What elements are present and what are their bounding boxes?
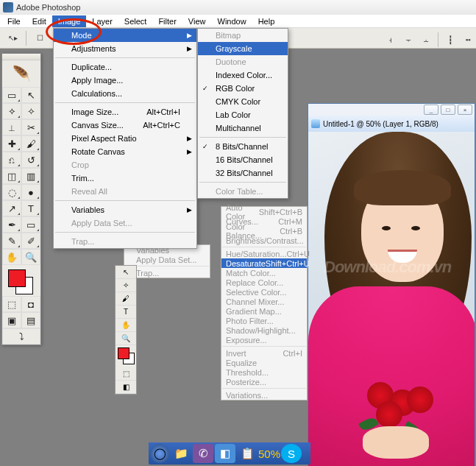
edit-mode-quickmask[interactable]: ◘ bbox=[21, 296, 40, 312]
eyedropper-tool[interactable]: ✐ bbox=[21, 233, 40, 249]
menu-edit[interactable]: Edit bbox=[26, 15, 52, 27]
blur-tool[interactable]: ◌ bbox=[2, 184, 21, 200]
doc-minimize-button[interactable]: _ bbox=[424, 105, 438, 115]
document-window: _ □ × Untitled-1 @ 50% (Layer 1, RGB/8) bbox=[308, 103, 475, 466]
taskbar-explorer-icon[interactable]: 📁 bbox=[171, 444, 191, 463]
doc-close-button[interactable]: × bbox=[458, 105, 472, 115]
mode-cmyk[interactable]: CMYK Color bbox=[198, 95, 288, 108]
shape-tool[interactable]: ▭ bbox=[21, 216, 40, 233]
menu-item-trap: Trap... bbox=[54, 235, 196, 248]
move-tool[interactable]: ↖ bbox=[21, 87, 40, 103]
foreground-color-swatch[interactable] bbox=[8, 269, 26, 287]
zoom-tool[interactable]: 🔍 bbox=[21, 249, 40, 265]
menu-select[interactable]: Select bbox=[118, 15, 153, 27]
bg-desaturate-item[interactable]: DesaturateShift+Ctrl+U bbox=[221, 258, 307, 268]
canvas[interactable] bbox=[308, 132, 475, 466]
lasso-tool[interactable]: ⟡ bbox=[2, 103, 21, 119]
jump-to-imageready[interactable]: ⤵ bbox=[2, 328, 40, 345]
taskbar-app-icon-2[interactable]: 📋 bbox=[237, 444, 257, 463]
mode-rgb[interactable]: ✓RGB Color bbox=[198, 82, 288, 95]
menu-item-adjustments[interactable]: Adjustments▶ bbox=[54, 42, 196, 55]
menu-image[interactable]: Image bbox=[52, 15, 87, 27]
heal-tool[interactable]: ✚ bbox=[2, 135, 21, 152]
type-tool[interactable]: T bbox=[21, 200, 40, 216]
menu-bar: File Edit Image Layer Select Filter View… bbox=[0, 15, 476, 28]
brush-tool[interactable]: 🖌 bbox=[21, 135, 40, 152]
app-icon bbox=[3, 2, 13, 13]
mode-lab[interactable]: Lab Color bbox=[198, 108, 288, 121]
menu-window[interactable]: Window bbox=[212, 15, 252, 27]
options-bar-right: ⫞ ⫟ ⫠ ┇ ╍ bbox=[383, 31, 476, 49]
notes-tool[interactable]: ✎ bbox=[2, 233, 21, 249]
menu-item-apply-image[interactable]: Apply Image... bbox=[54, 74, 196, 87]
slice-tool[interactable]: ✂ bbox=[21, 119, 40, 135]
screen-mode-1[interactable]: ▣ bbox=[2, 312, 21, 328]
menu-item-duplicate[interactable]: Duplicate... bbox=[54, 60, 196, 74]
mode-grayscale[interactable]: Grayscale bbox=[198, 42, 288, 55]
mode-8bit[interactable]: ✓8 Bits/Channel bbox=[198, 140, 288, 153]
menu-view[interactable]: View bbox=[182, 15, 212, 27]
watermark: Download.com.vn bbox=[324, 258, 451, 277]
eraser-tool[interactable]: ◫ bbox=[2, 168, 21, 184]
align-icon-3[interactable]: ⫠ bbox=[418, 33, 434, 46]
edit-mode-standard[interactable]: ⬚ bbox=[2, 296, 21, 312]
bg-adjustments-menu: Auto ColorShift+Ctrl+B Curves...Ctrl+M C… bbox=[221, 206, 308, 400]
menu-help[interactable]: Help bbox=[252, 15, 281, 27]
align-icon-2[interactable]: ⫟ bbox=[400, 33, 416, 46]
start-button[interactable]: ◯ bbox=[150, 444, 169, 463]
menu-filter[interactable]: Filter bbox=[152, 15, 182, 27]
menu-item-apply-data-set: Apply Data Set... bbox=[54, 216, 196, 230]
menu-item-calculations[interactable]: Calculations... bbox=[54, 87, 196, 100]
color-swatches[interactable] bbox=[2, 265, 40, 296]
distribute-icon-2[interactable]: ╍ bbox=[460, 33, 476, 46]
mode-submenu: Bitmap Grayscale Duotone Indexed Color..… bbox=[197, 28, 288, 199]
image-menu-dropdown: Mode▶ Adjustments▶ Duplicate... Apply Im… bbox=[53, 28, 197, 249]
document-title: Untitled-1 @ 50% (Layer 1, RGB/8) bbox=[323, 120, 438, 128]
history-brush-tool[interactable]: ↺ bbox=[21, 152, 40, 168]
taskbar-badge-icon[interactable]: 50% bbox=[259, 444, 280, 463]
gradient-tool[interactable]: ▥ bbox=[21, 168, 40, 184]
dodge-tool[interactable]: ● bbox=[21, 184, 40, 200]
menu-file[interactable]: File bbox=[1, 15, 26, 27]
taskbar-app-icon[interactable]: ◧ bbox=[215, 444, 235, 463]
document-title-bar[interactable]: Untitled-1 @ 50% (Layer 1, RGB/8) bbox=[308, 116, 475, 132]
doc-maximize-button[interactable]: □ bbox=[441, 105, 455, 115]
menu-item-pixel-aspect-ratio[interactable]: Pixel Aspect Ratio▶ bbox=[54, 132, 196, 145]
mode-multichannel[interactable]: Multichannel bbox=[198, 121, 288, 135]
menu-item-mode[interactable]: Mode▶ bbox=[54, 29, 196, 42]
path-select-tool[interactable]: ↗ bbox=[2, 200, 21, 216]
wand-tool[interactable]: ✧ bbox=[21, 103, 40, 119]
taskbar-viber-icon[interactable]: ✆ bbox=[193, 444, 213, 463]
menu-item-image-size[interactable]: Image Size...Alt+Ctrl+I bbox=[54, 105, 196, 119]
photoshop-logo-icon: 🪶 bbox=[2, 60, 40, 87]
menu-item-canvas-size[interactable]: Canvas Size...Alt+Ctrl+C bbox=[54, 119, 196, 132]
stamp-tool[interactable]: ⎌ bbox=[2, 152, 21, 168]
mode-duotone: Duotone bbox=[198, 55, 288, 68]
taskbar-skype-icon[interactable]: S bbox=[281, 444, 302, 463]
menu-layer[interactable]: Layer bbox=[86, 15, 118, 27]
mode-color-table: Color Table... bbox=[198, 185, 288, 198]
toolbox-grip[interactable] bbox=[2, 54, 40, 60]
title-bar: Adobe Photoshop bbox=[0, 0, 476, 15]
document-icon bbox=[311, 119, 320, 128]
move-tool-indicator: ↖▸ bbox=[4, 31, 21, 46]
mode-indexed[interactable]: Indexed Color... bbox=[198, 68, 288, 82]
menu-item-crop: Crop bbox=[54, 158, 196, 172]
menu-item-rotate-canvas[interactable]: Rotate Canvas▶ bbox=[54, 145, 196, 158]
bg-toolbox: ↖✧🖌T ✋🔍 ⬚◧ bbox=[115, 265, 137, 395]
distribute-icon[interactable]: ┇ bbox=[442, 33, 458, 46]
align-icon[interactable]: ⫞ bbox=[383, 33, 399, 46]
menu-item-variables[interactable]: Variables▶ bbox=[54, 203, 196, 216]
screen-mode-2[interactable]: ▤ bbox=[21, 312, 40, 328]
pen-tool[interactable]: ✒ bbox=[2, 216, 21, 233]
toolbox[interactable]: 🪶 ▭ ↖ ⟡ ✧ ⟂ ✂ ✚ 🖌 ⎌ ↺ ◫ ▥ ◌ ● ↗ T ✒ ▭ ✎ … bbox=[1, 53, 41, 345]
mode-16bit[interactable]: 16 Bits/Channel bbox=[198, 153, 288, 166]
crop-tool[interactable]: ⟂ bbox=[2, 119, 21, 135]
menu-item-trim[interactable]: Trim... bbox=[54, 172, 196, 185]
hand-tool[interactable]: ✋ bbox=[2, 249, 21, 265]
mode-bitmap: Bitmap bbox=[198, 29, 288, 42]
auto-select-checkbox[interactable]: ☐ bbox=[32, 31, 48, 46]
menu-item-reveal-all: Reveal All bbox=[54, 185, 196, 198]
mode-32bit[interactable]: 32 Bits/Channel bbox=[198, 166, 288, 180]
marquee-tool[interactable]: ▭ bbox=[2, 87, 21, 103]
